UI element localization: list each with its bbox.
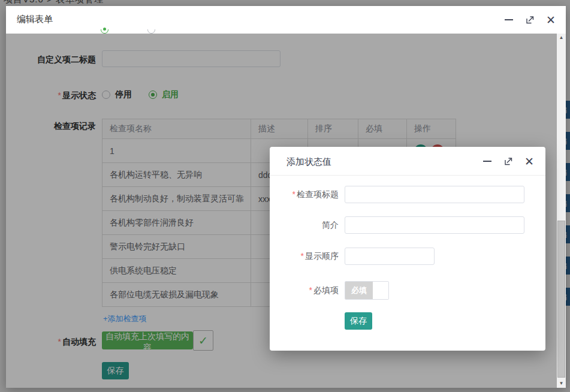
- check-item-title-input[interactable]: [345, 186, 524, 203]
- toggle-knob-icon: [373, 282, 388, 299]
- scrollbar-down-icon[interactable]: ▼: [557, 379, 566, 388]
- scrollbar-thumb[interactable]: [557, 221, 565, 378]
- scrollbar-up-icon[interactable]: ▲: [557, 34, 566, 42]
- close-icon[interactable]: ✕: [544, 13, 557, 26]
- modal-scrollbar[interactable]: ▲ ▼: [557, 34, 566, 388]
- edit-form-modal-header: 编辑表单 ✕: [6, 6, 566, 34]
- display-order-input[interactable]: [345, 248, 435, 265]
- check-item-title-label: *检查项标题: [270, 189, 339, 200]
- window-controls: ✕: [502, 6, 557, 34]
- minimize-icon[interactable]: [502, 13, 515, 26]
- maximize-icon[interactable]: [523, 13, 536, 26]
- display-order-label: *显示顺序: [270, 251, 339, 262]
- toggle-label: 必填: [345, 282, 373, 299]
- edit-form-modal-title: 编辑表单: [17, 14, 53, 25]
- maximize-icon[interactable]: [502, 155, 515, 168]
- add-status-modal-header: 添加状态值 ✕: [270, 147, 545, 176]
- close-icon[interactable]: ✕: [523, 155, 536, 168]
- required-asterisk: *: [309, 285, 312, 295]
- add-status-modal: 添加状态值 ✕ *检查项标题 简介 *显示顺序 *必填项 必填 保存: [270, 147, 545, 351]
- minimize-icon[interactable]: [481, 155, 494, 168]
- intro-label: 简介: [270, 220, 339, 231]
- required-toggle[interactable]: 必填: [345, 281, 389, 300]
- required-asterisk: *: [292, 189, 295, 199]
- required-item-label: *必填项: [270, 285, 339, 296]
- intro-input[interactable]: [345, 216, 524, 234]
- window-controls: ✕: [481, 147, 536, 176]
- required-asterisk: *: [301, 251, 304, 261]
- save-status-button[interactable]: 保存: [345, 312, 372, 330]
- add-status-modal-title: 添加状态值: [286, 156, 331, 168]
